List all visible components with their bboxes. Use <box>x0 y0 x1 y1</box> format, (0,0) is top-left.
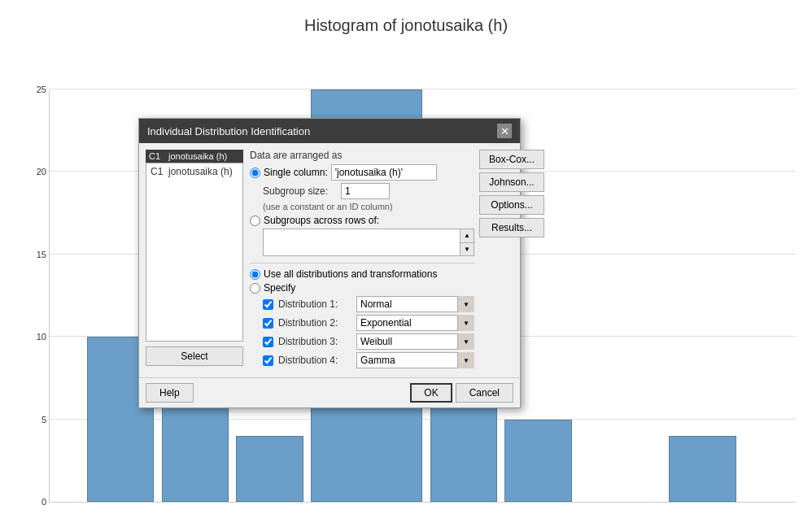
col-list-box[interactable]: C1 jonotusaika (h) <box>146 163 243 342</box>
subgroup-input-area: ▲ ▼ <box>263 229 474 256</box>
use-all-label: Use all distributions and transformation… <box>264 268 437 280</box>
dist3-container: Normal Exponential Weibull Gamma Logisti… <box>356 333 474 350</box>
dialog-body: C1 jonotusaika (h) C1 jonotusaika (h) Se… <box>139 143 520 377</box>
select-button[interactable]: Select <box>146 346 243 366</box>
settings-main: Data are arranged as Single column: Subg… <box>250 150 474 371</box>
dialog: Individual Distribution Identification ✕… <box>138 118 521 408</box>
use-all-row: Use all distributions and transformation… <box>250 268 474 280</box>
cancel-button[interactable]: Cancel <box>456 383 513 403</box>
dist2-checkbox[interactable] <box>263 318 273 329</box>
hint-text: (use a constant or an ID column) <box>263 202 474 211</box>
boxcox-button[interactable]: Box-Cox... <box>479 150 544 169</box>
dist1-select[interactable]: Normal Exponential Weibull Gamma Logisti… <box>356 296 474 312</box>
settings-panel: Data are arranged as Single column: Subg… <box>250 150 544 371</box>
distribution-section: Use all distributions and transformation… <box>250 263 474 368</box>
col-list-header: C1 jonotusaika (h) <box>146 150 243 163</box>
dist4-container: Normal Exponential Weibull Gamma Logisti… <box>356 352 474 368</box>
footer-left: Help <box>146 383 194 403</box>
dist1-container: Normal Exponential Weibull Gamma Logisti… <box>356 296 474 312</box>
subgroups-rows-label: Subgroups across rows of: <box>264 215 379 226</box>
help-button[interactable]: Help <box>146 383 194 403</box>
dialog-footer: Help OK Cancel <box>139 377 520 407</box>
single-column-input[interactable] <box>331 164 437 181</box>
johnson-button[interactable]: Johnson... <box>479 172 544 192</box>
results-button[interactable]: Results... <box>479 218 544 237</box>
dist1-label: Distribution 1: <box>278 298 351 310</box>
ok-button[interactable]: OK <box>410 383 452 403</box>
dialog-title: Individual Distribution Identification <box>147 125 310 137</box>
use-all-radio[interactable] <box>250 269 260 280</box>
dist2-container: Normal Exponential Weibull Gamma Logisti… <box>356 315 474 331</box>
specify-row: Specify <box>250 282 474 294</box>
options-button[interactable]: Options... <box>479 195 544 215</box>
single-column-radio[interactable] <box>250 168 260 178</box>
dialog-titlebar: Individual Distribution Identification ✕ <box>139 119 520 143</box>
spinner-down[interactable]: ▼ <box>461 243 474 256</box>
close-button[interactable]: ✕ <box>497 124 512 138</box>
spinner-up[interactable]: ▲ <box>461 229 474 243</box>
data-arranged-label: Data are arranged as <box>250 150 474 161</box>
action-buttons: Box-Cox... Johnson... Options... Results… <box>479 150 544 371</box>
single-column-row: Single column: <box>250 164 474 181</box>
dist2-row: Distribution 2: Normal Exponential Weibu… <box>263 315 474 331</box>
subgroups-rows-row: Subgroups across rows of: <box>250 215 474 226</box>
specify-radio[interactable] <box>250 283 260 294</box>
dist4-select[interactable]: Normal Exponential Weibull Gamma Logisti… <box>356 352 474 368</box>
dist4-label: Distribution 4: <box>278 355 351 366</box>
col-list-panel: C1 jonotusaika (h) C1 jonotusaika (h) Se… <box>146 150 243 371</box>
dist1-checkbox[interactable] <box>263 299 273 310</box>
dist2-label: Distribution 2: <box>278 317 351 329</box>
dialog-overlay: Individual Distribution Identification ✕… <box>0 0 812 527</box>
subgroups-text-input[interactable] <box>263 229 461 256</box>
dist2-select[interactable]: Normal Exponential Weibull Gamma Logisti… <box>356 315 474 331</box>
subgroup-size-label: Subgroup size: <box>263 185 336 197</box>
footer-right: OK Cancel <box>410 383 513 403</box>
dist3-row: Distribution 3: Normal Exponential Weibu… <box>263 333 474 350</box>
list-item[interactable]: C1 jonotusaika (h) <box>148 165 241 178</box>
dist3-checkbox[interactable] <box>263 337 273 347</box>
subgroup-size-input[interactable] <box>341 183 390 199</box>
dist3-select[interactable]: Normal Exponential Weibull Gamma Logisti… <box>356 333 474 350</box>
single-column-label: Single column: <box>264 167 328 178</box>
dist1-row: Distribution 1: Normal Exponential Weibu… <box>263 296 474 312</box>
specify-label: Specify <box>264 282 295 294</box>
dist4-row: Distribution 4: Normal Exponential Weibu… <box>263 352 474 368</box>
subgroup-size-row: Subgroup size: <box>263 183 474 199</box>
dist3-label: Distribution 3: <box>278 336 351 347</box>
settings-top: Data are arranged as Single column: Subg… <box>250 150 544 371</box>
dist4-checkbox[interactable] <box>263 355 273 366</box>
subgroups-rows-radio[interactable] <box>250 216 260 226</box>
